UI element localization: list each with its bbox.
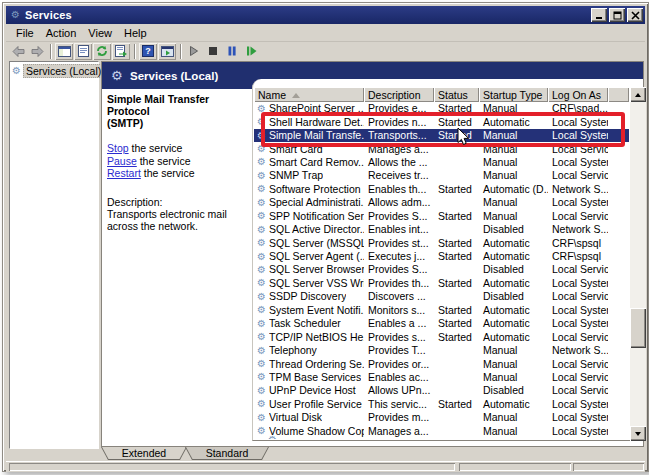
name-cell: ⚙Task Scheduler [254, 317, 364, 330]
status-segment [9, 463, 455, 471]
service-row[interactable]: ⚙Task SchedulerEnables a ...StartedAutom… [254, 317, 629, 330]
service-row[interactable]: ⚙SQL Server VSS Wri...Provides th...Star… [254, 277, 629, 290]
column-header-status[interactable]: Status [434, 87, 479, 102]
logon-cell: Local Service [548, 331, 608, 344]
column-header-log-on-as[interactable]: Log On As [548, 87, 608, 102]
menu-view[interactable]: View [82, 26, 118, 40]
service-row[interactable]: ⚙System Event Notifi...Monitors s...Star… [254, 304, 629, 317]
startup-cell: Disabled [479, 384, 548, 397]
restart-service-button[interactable] [242, 43, 260, 60]
service-row[interactable]: ⚙Smart Card Remov...Allows the ...Manual… [254, 156, 629, 169]
service-row[interactable]: ⚙SPP Notification Ser...Provides S...Sta… [254, 210, 629, 223]
desc-cell: Receives tr... [364, 169, 434, 182]
name-cell: ⚙SSDP Discovery [254, 290, 364, 303]
service-row[interactable]: ⚙Virtual DiskProvides m...ManualLocal Sy… [254, 411, 629, 424]
service-row[interactable]: ⚙UPnP Device HostAllows UPn...DisabledLo… [254, 384, 629, 397]
service-row[interactable]: ⚙Thread Ordering Se...Provides or...Manu… [254, 357, 629, 370]
maximize-button[interactable] [609, 8, 625, 22]
help-button[interactable]: ? [139, 43, 157, 60]
service-description: Description: Transports electronic mail … [107, 196, 253, 232]
pause-service-button[interactable] [223, 43, 241, 60]
back-button[interactable] [9, 43, 27, 60]
show-console-tree-button[interactable] [55, 43, 73, 60]
properties-document-button[interactable] [74, 43, 92, 60]
logon-cell: CRF\spsql [548, 237, 608, 250]
service-name: SNMP Trap [269, 169, 323, 182]
pause-service-link[interactable]: Pause [107, 155, 137, 167]
service-row[interactable]: ⚙SQL Server (MSSQL...Provides st...Start… [254, 236, 629, 249]
service-name: Virtual Disk [269, 411, 322, 424]
stop-service-link[interactable]: Stop [107, 142, 129, 154]
startup-cell: Automatic [479, 304, 548, 317]
name-cell: ⚙SQL Server (MSSQL... [254, 237, 364, 250]
action-suffix: the service [137, 155, 191, 167]
column-label: Log On As [552, 89, 601, 101]
startup-cell: Disabled [479, 263, 548, 276]
column-header-startup-type[interactable]: Startup Type [479, 87, 548, 102]
logon-cell: Local System [548, 277, 608, 290]
export-list-button[interactable] [112, 43, 130, 60]
service-name: Thread Ordering Se... [269, 358, 364, 371]
service-row[interactable]: ⚙TPM Base ServicesEnables ac...ManualLoc… [254, 371, 629, 384]
name-cell: ⚙System Event Notifi... [254, 304, 364, 317]
startup-cell: Disabled [479, 223, 548, 236]
service-icon: ⚙ [256, 346, 267, 356]
column-header-name[interactable]: Name [254, 87, 364, 102]
scroll-down-button[interactable] [630, 426, 646, 441]
toolbar-separator [134, 44, 136, 59]
minimize-button[interactable] [591, 8, 607, 22]
menu-help[interactable]: Help [118, 26, 153, 40]
service-row[interactable]: ⚙Volume Shadow CopyManages a...ManualLoc… [254, 425, 629, 438]
service-icon: ⚙ [256, 332, 267, 342]
logon-cell: Local Service [548, 290, 608, 303]
service-row[interactable]: ⚙User Profile ServiceThis servic...Start… [254, 398, 629, 411]
status-cell: Started [434, 237, 479, 250]
service-rows: ⚙SharePoint Server ...Provides e...Start… [254, 102, 629, 439]
action-suffix: the service [129, 142, 183, 154]
show-action-pane-button[interactable] [158, 43, 176, 60]
name-cell: ⚙TPM Base Services [254, 371, 364, 384]
restart-service-link[interactable]: Restart [107, 167, 141, 179]
action-suffix: the service [141, 167, 195, 179]
service-row[interactable]: ⚙SQL Server BrowserProvides S...Disabled… [254, 263, 629, 276]
service-row[interactable]: ⚙SSDP DiscoveryDiscovers ...DisabledLoca… [254, 290, 629, 303]
service-row[interactable]: ⚙SQL Server Agent (...Executes j...Start… [254, 250, 629, 263]
selected-service-title-line2: (SMTP) [107, 117, 253, 129]
service-row[interactable]: ⚙Software ProtectionEnables th...Started… [254, 183, 629, 196]
startup-cell: Manual [479, 344, 548, 357]
service-row[interactable]: ⚙Special Administrati...Allows adm...Man… [254, 196, 629, 209]
forward-button[interactable] [28, 43, 46, 60]
tree-item-services-local[interactable]: ⚙ Services (Local) [12, 64, 98, 78]
menu-action[interactable]: Action [40, 26, 83, 40]
service-row[interactable]: ⚙TelephonyProvides T...ManualNetwork S..… [254, 344, 629, 357]
tab-extended[interactable]: Extended [101, 447, 187, 460]
desc-cell: Allows adm... [364, 196, 434, 209]
service-icon: ⚙ [256, 413, 267, 423]
logon-cell: Local System [548, 411, 608, 424]
service-icon: ⚙ [256, 184, 267, 194]
service-icon: ⚙ [256, 386, 267, 396]
stop-service-button[interactable] [204, 43, 222, 60]
start-service-button[interactable] [185, 43, 203, 60]
tab-label: Extended [101, 447, 187, 459]
service-row[interactable]: ⚙SNMP TrapReceives tr...ManualLocal Serv… [254, 169, 629, 182]
action-line: Restart the service [107, 167, 253, 180]
column-header-blank [608, 87, 629, 102]
scrollbar-thumb[interactable] [630, 308, 646, 348]
service-row[interactable]: ⚙TCP/IP NetBIOS He...Provides s...Starte… [254, 330, 629, 343]
menu-file[interactable]: File [10, 26, 40, 40]
tab-standard[interactable]: Standard [185, 447, 269, 460]
service-icon: ⚙ [256, 399, 267, 409]
column-label: Description [368, 89, 421, 101]
scroll-up-button[interactable] [630, 87, 646, 102]
service-name: SQL Server Browser [269, 263, 364, 276]
refresh-button[interactable] [93, 43, 111, 60]
close-button[interactable] [627, 8, 643, 22]
status-cell: Started [434, 277, 479, 290]
vertical-scrollbar[interactable] [630, 87, 646, 441]
name-cell: ⚙Smart Card Remov... [254, 156, 364, 169]
column-header-description[interactable]: Description [364, 87, 434, 102]
service-icon: ⚙ [256, 292, 267, 302]
service-row[interactable]: ⚙SQL Active Director...Enables int...Dis… [254, 223, 629, 236]
startup-cell: Automatic [479, 237, 548, 250]
